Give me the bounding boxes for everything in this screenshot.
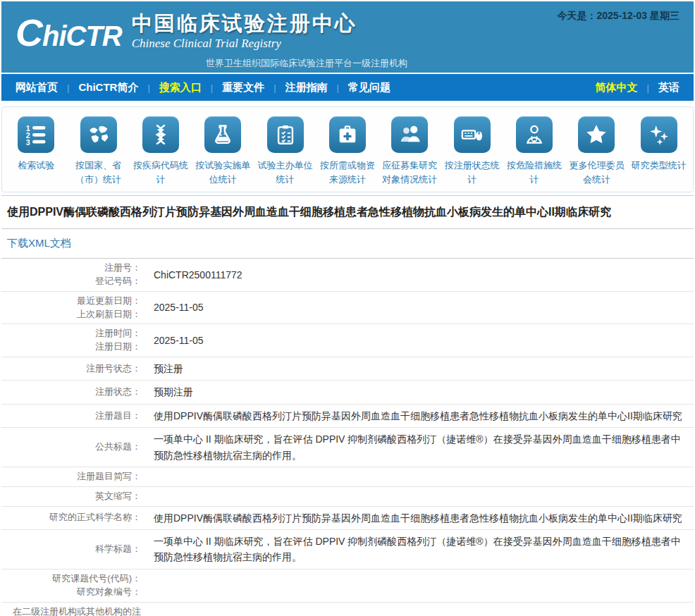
language-switch: 简体中文|英语 bbox=[596, 81, 679, 94]
numbered-list-icon: 123 bbox=[18, 116, 54, 153]
site-title-english: Chinese Clinical Trial Registry bbox=[132, 37, 357, 51]
main-nav: 网站首页|ChiCTR简介|搜索入口|重要文件|注册指南|常见问题 简体中文|英… bbox=[1, 74, 694, 101]
row-value: 2025-11-05 bbox=[151, 329, 694, 352]
row-value: 使用DPPIV酶偶联磷酸西格列汀片预防异基因外周血造血干细胞移植患者急性移植物抗… bbox=[151, 507, 694, 529]
page: ChiCTR 中国临床试验注册中心 Chinese Clinical Trial… bbox=[0, 0, 695, 616]
row-label: 研究的正式科学名称： bbox=[1, 508, 151, 527]
stat-item-10[interactable]: 更多伦理委员会统计 bbox=[565, 116, 627, 186]
stat-item-1[interactable]: 123检索试验 bbox=[5, 116, 67, 186]
row-label: 最近更新日期：上次刷新日期： bbox=[1, 292, 151, 324]
row-label: 公共标题： bbox=[1, 438, 151, 457]
nav-separator: | bbox=[147, 82, 149, 93]
table-row: 英文缩写： bbox=[1, 487, 694, 507]
keyboard-mouse-icon bbox=[454, 116, 491, 153]
xml-download-section: 下载XML文档 bbox=[1, 229, 694, 259]
row-value bbox=[151, 469, 694, 484]
table-row: 研究课题代号(代码)：研究对象编号： bbox=[1, 569, 694, 603]
nav-item-6[interactable]: 常见问题 bbox=[348, 81, 390, 94]
table-row: 注册号状态：预注册 bbox=[1, 357, 694, 381]
stat-label: 按疾病代码统计 bbox=[130, 159, 192, 186]
stat-item-5[interactable]: 试验主办单位统计 bbox=[254, 116, 316, 186]
row-label: 科学标题： bbox=[1, 540, 151, 559]
nav-menu: 网站首页|ChiCTR简介|搜索入口|重要文件|注册指南|常见问题 bbox=[16, 81, 390, 94]
medical-kit-icon bbox=[329, 116, 366, 153]
row-value bbox=[151, 578, 694, 593]
brand-block: 中国临床试验注册中心 Chinese Clinical Trial Regist… bbox=[132, 11, 357, 51]
row-label: 注册题目： bbox=[1, 407, 151, 426]
stat-item-8[interactable]: 按注册状态统计 bbox=[441, 116, 503, 186]
row-value: 2025-11-05 bbox=[151, 296, 694, 319]
stat-label: 按国家、省（市）统计 bbox=[68, 159, 130, 186]
language-link-2[interactable]: 英语 bbox=[658, 81, 679, 94]
row-label: 注册状态： bbox=[1, 383, 151, 402]
row-value: 预注册 bbox=[151, 357, 694, 380]
star-icon bbox=[578, 116, 615, 153]
stat-label: 检索试验 bbox=[18, 159, 54, 173]
clipboard-icon bbox=[267, 116, 304, 153]
stat-label: 研究类型统计 bbox=[632, 159, 687, 173]
language-link-1[interactable]: 简体中文 bbox=[596, 81, 638, 94]
site-title-chinese: 中国临床试验注册中心 bbox=[132, 11, 357, 36]
quick-stats-panel: 123检索试验按国家、省（市）统计按疾病代码统计按试验实施单位统计试验主办单位统… bbox=[1, 106, 694, 192]
row-value: ChiCTR2500111772 bbox=[151, 264, 694, 286]
stat-item-4[interactable]: 按试验实施单位统计 bbox=[192, 116, 254, 186]
doctor-icon bbox=[516, 116, 553, 153]
nav-separator: | bbox=[647, 82, 649, 93]
row-value: 预期注册 bbox=[151, 381, 694, 403]
table-row: 注册号：登记号码：ChiCTR2500111772 bbox=[1, 259, 694, 292]
row-value bbox=[151, 489, 694, 504]
table-row: 科学标题：一项单中心 II 期临床研究，旨在评估 DPPIV 抑制剂磷酸西格列汀… bbox=[1, 530, 694, 569]
flask-icon bbox=[204, 116, 241, 153]
row-value: 一项单中心 II 期临床研究，旨在评估 DPPIV 抑制剂磷酸西格列汀（捷诺维®… bbox=[151, 428, 694, 467]
svg-text:3: 3 bbox=[26, 138, 30, 147]
stat-item-9[interactable]: 按危险措施统计 bbox=[503, 116, 565, 186]
detail-table: 注册号：登记号码：ChiCTR2500111772最近更新日期：上次刷新日期：2… bbox=[1, 259, 694, 616]
world-map-icon bbox=[80, 116, 117, 153]
nav-item-4[interactable]: 重要文件 bbox=[222, 81, 264, 94]
stat-item-2[interactable]: 按国家、省（市）统计 bbox=[67, 116, 129, 186]
today-date: 今天是：2025-12-03 星期三 bbox=[557, 10, 679, 23]
row-label: 注册题目简写： bbox=[1, 467, 151, 486]
row-label: 注册号状态： bbox=[1, 359, 151, 378]
stat-label: 按危险措施统计 bbox=[503, 159, 565, 186]
table-row: 公共标题：一项单中心 II 期临床研究，旨在评估 DPPIV 抑制剂磷酸西格列汀… bbox=[1, 428, 694, 467]
table-row: 注册状态：预期注册 bbox=[1, 381, 694, 404]
nav-item-2[interactable]: ChiCTR简介 bbox=[78, 81, 138, 94]
stat-label: 更多伦理委员会统计 bbox=[565, 159, 627, 186]
nav-separator: | bbox=[211, 82, 213, 93]
who-platform-subtitle: 世界卫生组织国际临床试验注册平台一级注册机构 bbox=[206, 57, 407, 70]
row-label: 在二级注册机构或其他机构的注册号：合作伙伴注册处或其他注册处的注册号： bbox=[1, 603, 151, 616]
nav-item-1[interactable]: 网站首页 bbox=[16, 81, 58, 94]
chictr-logo[interactable]: ChiCTR bbox=[16, 11, 122, 54]
trial-page-title: 使用DPPIV酶偶联磷酸西格列汀片预防异基因外周血造血干细胞移植患者急性移植物抗… bbox=[1, 195, 694, 229]
nav-separator: | bbox=[273, 82, 276, 93]
stat-label: 应征募集研究对象情况统计 bbox=[379, 159, 441, 186]
row-value: 一项单中心 II 期临床研究，旨在评估 DPPIV 抑制剂磷酸西格列汀（捷诺维®… bbox=[151, 530, 694, 569]
people-icon bbox=[391, 116, 428, 153]
table-row: 注册题目简写： bbox=[1, 467, 694, 487]
download-xml-link[interactable]: 下载XML文档 bbox=[7, 237, 71, 249]
nav-item-3[interactable]: 搜索入口 bbox=[159, 81, 202, 94]
row-label: 注册时间：注册日期： bbox=[1, 324, 151, 357]
nav-separator: | bbox=[337, 82, 339, 93]
nav-separator: | bbox=[67, 82, 69, 93]
stat-item-7[interactable]: 应征募集研究对象情况统计 bbox=[379, 116, 441, 186]
table-row: 研究的正式科学名称：使用DPPIV酶偶联磷酸西格列汀片预防异基因外周血造血干细胞… bbox=[1, 507, 694, 530]
row-label: 英文缩写： bbox=[1, 487, 151, 506]
table-row: 在二级注册机构或其他机构的注册号：合作伙伴注册处或其他注册处的注册号： bbox=[1, 603, 694, 616]
row-label: 注册号：登记号码： bbox=[1, 259, 151, 291]
table-row: 最近更新日期：上次刷新日期：2025-11-05 bbox=[1, 292, 694, 325]
sparkles-icon bbox=[641, 116, 677, 153]
stat-item-6[interactable]: 按所需或物资来源统计 bbox=[316, 116, 379, 186]
stat-label: 按试验实施单位统计 bbox=[192, 159, 254, 186]
row-value: 使用DPPIV酶偶联磷酸西格列汀片预防异基因外周血造血干细胞移植患者急性移植物抗… bbox=[151, 405, 694, 427]
nav-item-5[interactable]: 注册指南 bbox=[285, 81, 328, 94]
site-header: ChiCTR 中国临床试验注册中心 Chinese Clinical Trial… bbox=[1, 1, 694, 73]
row-label: 研究课题代号(代码)：研究对象编号： bbox=[1, 569, 151, 602]
stat-item-11[interactable]: 研究类型统计 bbox=[628, 116, 690, 186]
table-row: 注册时间：注册日期：2025-11-05 bbox=[1, 324, 694, 357]
stat-label: 按注册状态统计 bbox=[441, 159, 503, 186]
stat-label: 按所需或物资来源统计 bbox=[316, 159, 379, 186]
table-row: 注册题目：使用DPPIV酶偶联磷酸西格列汀片预防异基因外周血造血干细胞移植患者急… bbox=[1, 405, 694, 428]
stat-item-3[interactable]: 按疾病代码统计 bbox=[130, 116, 192, 186]
